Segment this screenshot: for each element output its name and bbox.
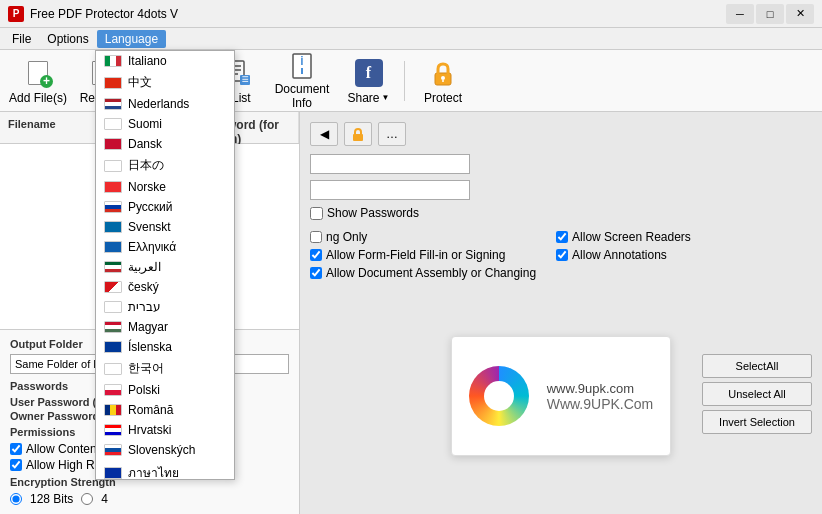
lang-item-it[interactable]: Italiano [96, 51, 234, 71]
menu-options[interactable]: Options [39, 30, 96, 48]
flag-se [104, 221, 122, 233]
lang-item-dk[interactable]: Dansk [96, 134, 234, 154]
flag-pl [104, 384, 122, 396]
allow-hires-checkbox[interactable] [10, 459, 22, 471]
perm-form-checkbox[interactable] [310, 249, 322, 261]
enc-4-label: 4 [101, 492, 108, 506]
watermark-site-2: Www.9UPK.Com [547, 396, 654, 412]
user-password-input[interactable] [310, 154, 470, 174]
flag-ru [104, 201, 122, 213]
menu-file[interactable]: File [4, 30, 39, 48]
lang-item-no[interactable]: Norske [96, 177, 234, 197]
lang-label-jp: 日本の [128, 157, 164, 174]
flag-it [104, 55, 122, 67]
perm-screen-checkbox[interactable] [556, 231, 568, 243]
logo-circle [469, 366, 529, 426]
lang-item-cz[interactable]: český [96, 277, 234, 297]
lang-label-it: Italiano [128, 54, 167, 68]
select-all-button[interactable]: SelectAll [702, 354, 812, 378]
share-label: Share ▼ [348, 91, 390, 105]
show-passwords-label: Show Passwords [327, 206, 419, 220]
lang-item-fi[interactable]: Suomi [96, 114, 234, 134]
menu-bar: File Options Language [0, 28, 822, 50]
close-button[interactable]: ✕ [786, 4, 814, 24]
lang-item-kr[interactable]: 한국어 [96, 357, 234, 380]
flag-sk [104, 444, 122, 456]
lang-label-no: Norske [128, 180, 166, 194]
lang-item-hu[interactable]: Magyar [96, 317, 234, 337]
language-dropdown: Italiano中文NederlandsSuomiDansk日本のNorskeР… [95, 50, 235, 480]
perm-annotations-checkbox[interactable] [556, 249, 568, 261]
lang-item-hr[interactable]: Hrvatski [96, 420, 234, 440]
allow-content-checkbox[interactable] [10, 443, 22, 455]
flag-hu [104, 321, 122, 333]
window-title: Free PDF Protector 4dots V [30, 7, 726, 21]
enc-4-radio[interactable] [81, 493, 93, 505]
lang-item-sk[interactable]: Slovenských [96, 440, 234, 460]
perm-assembly-checkbox[interactable] [310, 267, 322, 279]
flag-dk [104, 138, 122, 150]
invert-selection-button[interactable]: Invert Selection [702, 410, 812, 434]
perm-annotations-label: Allow Annotations [572, 248, 667, 262]
lang-item-ro[interactable]: Română [96, 400, 234, 420]
unselect-all-button[interactable]: Unselect All [702, 382, 812, 406]
lang-label-il: עברית [128, 300, 161, 314]
lang-item-gr[interactable]: Ελληνικά [96, 237, 234, 257]
right-tb-btn-dots[interactable]: … [378, 122, 406, 146]
permissions-right: ng Only Allow Form-Field Fill-in or Sign… [310, 230, 812, 280]
enc-128-label: 128 Bits [30, 492, 73, 506]
lang-item-il[interactable]: עברית [96, 297, 234, 317]
add-files-icon: + [22, 57, 54, 89]
perm-annotations-row: Allow Annotations [556, 248, 691, 262]
perm-printing-label: ng Only [326, 230, 367, 244]
encryption-radio-row: 128 Bits 4 [10, 492, 289, 506]
lang-item-kh[interactable]: ภาษาไทย [96, 460, 234, 480]
flag-nl [104, 98, 122, 110]
watermark-box: www.9upk.com Www.9UPK.Com [451, 336, 671, 456]
password-inputs-area: Show Passwords [310, 154, 812, 220]
lang-label-hu: Magyar [128, 320, 168, 334]
svg-text:≡: ≡ [241, 72, 248, 86]
maximize-button[interactable]: □ [756, 4, 784, 24]
window-controls: ─ □ ✕ [726, 4, 814, 24]
lang-item-is[interactable]: Íslenska [96, 337, 234, 357]
protect-icon [427, 57, 459, 89]
perm-assembly-label: Allow Document Assembly or Changing [326, 266, 536, 280]
lang-label-cn: 中文 [128, 74, 152, 91]
lang-item-cn[interactable]: 中文 [96, 71, 234, 94]
share-button[interactable]: f Share ▼ [341, 54, 396, 108]
perm-col-2: Allow Screen Readers Allow Annotations [556, 230, 691, 280]
protect-button[interactable]: Protect [413, 54, 473, 108]
minimize-button[interactable]: ─ [726, 4, 754, 24]
lang-label-ro: Română [128, 403, 173, 417]
right-tb-btn-1[interactable]: ◀ [310, 122, 338, 146]
flag-cz [104, 281, 122, 293]
lang-item-jp[interactable]: 日本の [96, 154, 234, 177]
facebook-icon: f [355, 59, 383, 87]
owner-password-input[interactable] [310, 180, 470, 200]
flag-gr [104, 241, 122, 253]
lang-item-ar[interactable]: العربية [96, 257, 234, 277]
lang-item-ru[interactable]: Русский [96, 197, 234, 217]
enc-128-radio[interactable] [10, 493, 22, 505]
show-passwords-checkbox[interactable] [310, 207, 323, 220]
doc-info-icon: i [286, 52, 318, 80]
lang-item-se[interactable]: Svenskt [96, 217, 234, 237]
right-tb-btn-lock[interactable] [344, 122, 372, 146]
lang-label-sk: Slovenských [128, 443, 195, 457]
svg-point-10 [441, 76, 445, 80]
lang-label-nl: Nederlands [128, 97, 189, 111]
perm-printing-checkbox[interactable] [310, 231, 322, 243]
add-files-button[interactable]: + Add File(s) [8, 54, 68, 108]
lang-label-ru: Русский [128, 200, 173, 214]
lang-label-hr: Hrvatski [128, 423, 171, 437]
lang-item-pl[interactable]: Polski [96, 380, 234, 400]
lang-label-kh: ภาษาไทย [128, 463, 179, 480]
menu-language[interactable]: Language [97, 30, 166, 48]
perm-form-row: Allow Form-Field Fill-in or Signing [310, 248, 536, 262]
lang-item-nl[interactable]: Nederlands [96, 94, 234, 114]
perm-screen-row: Allow Screen Readers [556, 230, 691, 244]
lang-label-cz: český [128, 280, 159, 294]
flag-cn [104, 77, 122, 89]
doc-info-button[interactable]: i Document Info [267, 54, 337, 108]
